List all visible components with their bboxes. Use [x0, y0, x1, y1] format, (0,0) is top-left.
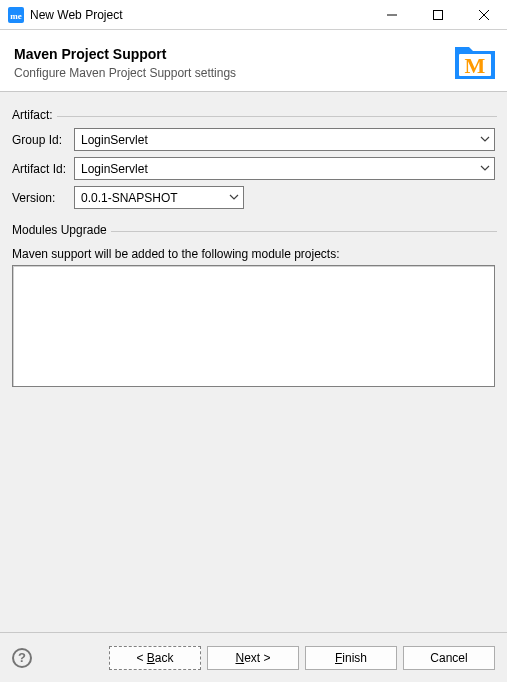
- modules-group: Modules Upgrade Maven support will be ad…: [10, 223, 497, 389]
- window-title: New Web Project: [30, 8, 369, 22]
- finish-button[interactable]: Finish: [305, 646, 397, 670]
- wizard-banner: Maven Project Support Configure Maven Pr…: [0, 30, 507, 92]
- next-button[interactable]: Next >: [207, 646, 299, 670]
- svg-rect-3: [434, 10, 443, 19]
- svg-text:me: me: [10, 11, 22, 21]
- version-value: 0.0.1-SNAPSHOT: [81, 191, 178, 205]
- close-button[interactable]: [461, 0, 507, 29]
- modules-note: Maven support will be added to the follo…: [12, 247, 495, 261]
- chevron-down-icon: [480, 163, 490, 173]
- cancel-button-label: Cancel: [430, 651, 467, 665]
- maven-icon: M: [453, 39, 497, 83]
- minimize-button[interactable]: [369, 0, 415, 29]
- modules-listbox[interactable]: [12, 265, 495, 387]
- artifact-group: Artifact: Group Id: LoginServlet Artifac…: [10, 108, 497, 217]
- maximize-button[interactable]: [415, 0, 461, 29]
- window-controls: [369, 0, 507, 29]
- chevron-down-icon: [229, 192, 239, 202]
- page-subtitle: Configure Maven Project Support settings: [14, 62, 453, 80]
- back-button-label: < Back: [136, 651, 173, 665]
- artifact-id-value: LoginServlet: [81, 162, 148, 176]
- modules-group-label: Modules Upgrade: [10, 223, 111, 237]
- artifact-id-label: Artifact Id:: [12, 162, 74, 176]
- wizard-footer: ? < Back Next > Finish Cancel: [0, 632, 507, 682]
- back-button[interactable]: < Back: [109, 646, 201, 670]
- titlebar: me New Web Project: [0, 0, 507, 30]
- artifact-group-label: Artifact:: [10, 108, 57, 122]
- svg-text:M: M: [465, 53, 486, 78]
- finish-button-label: Finish: [335, 651, 367, 665]
- version-field[interactable]: 0.0.1-SNAPSHOT: [74, 186, 244, 209]
- help-icon: ?: [12, 648, 32, 668]
- chevron-down-icon: [480, 134, 490, 144]
- group-id-label: Group Id:: [12, 133, 74, 147]
- artifact-id-field[interactable]: LoginServlet: [74, 157, 495, 180]
- page-title: Maven Project Support: [14, 42, 453, 62]
- help-button[interactable]: ?: [12, 648, 32, 668]
- group-id-value: LoginServlet: [81, 133, 148, 147]
- group-id-field[interactable]: LoginServlet: [74, 128, 495, 151]
- cancel-button[interactable]: Cancel: [403, 646, 495, 670]
- next-button-label: Next >: [235, 651, 270, 665]
- version-label: Version:: [12, 191, 74, 205]
- app-icon: me: [8, 7, 24, 23]
